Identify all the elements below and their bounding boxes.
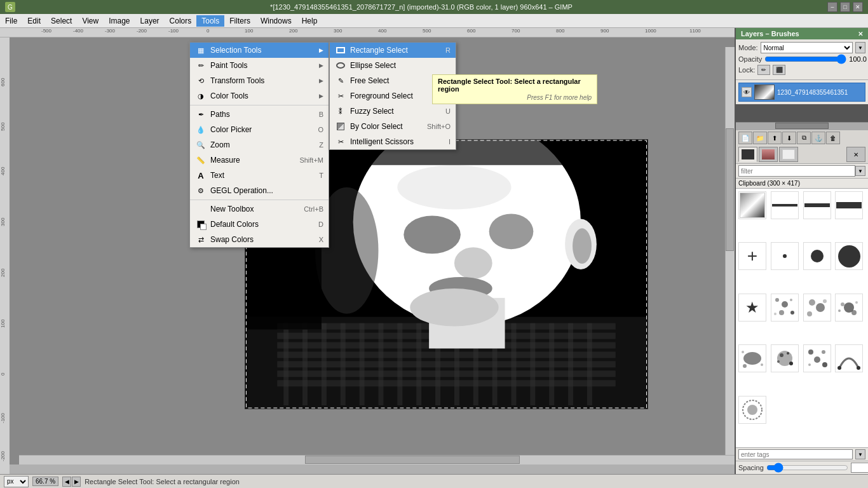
tools-menu-default-colors[interactable]: Default Colors D bbox=[190, 217, 329, 232]
unit-selector[interactable]: px % mm bbox=[4, 476, 29, 487]
zoom-buttons: ◀ ▶ bbox=[62, 477, 81, 487]
measure-shortcut: Shift+M bbox=[299, 156, 323, 164]
brush-thin-line[interactable] bbox=[771, 191, 799, 219]
tags-input[interactable] bbox=[738, 449, 853, 459]
brush-r3-2[interactable] bbox=[803, 344, 831, 372]
selection-fuzzy[interactable]: ⁑ Fuzzy Select U bbox=[330, 104, 456, 119]
separator-1 bbox=[190, 105, 329, 105]
zoom-out-button[interactable]: ◀ bbox=[62, 477, 71, 487]
panel-close-button[interactable]: ✕ bbox=[858, 30, 863, 37]
fuzzy-select-label: Fuzzy Select bbox=[350, 107, 439, 116]
tools-menu-gegl[interactable]: ⚙ GEGL Operation... bbox=[190, 183, 329, 198]
brush-star[interactable]: ★ bbox=[738, 294, 766, 322]
spacing-slider[interactable] bbox=[766, 464, 848, 471]
brush-splatter-1[interactable] bbox=[835, 294, 863, 322]
brush-plus[interactable]: + bbox=[738, 242, 766, 270]
selection-rectangle[interactable]: Rectangle Select R bbox=[330, 43, 456, 58]
menu-tools[interactable]: Tools bbox=[196, 15, 224, 27]
brush-r3-1[interactable] bbox=[771, 344, 799, 372]
mode-row: Mode: Normal ▼ bbox=[738, 42, 865, 53]
by-color-select-shortcut: Shift+O bbox=[427, 123, 451, 130]
brush-medium-line[interactable] bbox=[803, 191, 831, 219]
tools-menu-text[interactable]: A Text T bbox=[190, 168, 329, 183]
layer-item[interactable]: 👁 1230_479148355461351 bbox=[738, 83, 865, 102]
layer-visibility-toggle[interactable]: 👁 bbox=[742, 87, 752, 97]
brush-medium-circle[interactable] bbox=[803, 242, 831, 270]
filter-dropdown[interactable]: ▼ bbox=[855, 166, 865, 176]
vertical-scrollbar[interactable] bbox=[725, 47, 735, 455]
menu-colors[interactable]: Colors bbox=[165, 15, 197, 27]
menu-file[interactable]: File bbox=[0, 15, 22, 27]
svg-point-45 bbox=[790, 311, 794, 315]
mode-dropdown-arrow[interactable]: ▼ bbox=[855, 42, 865, 53]
tools-menu-color[interactable]: ◑ Color Tools ▶ bbox=[190, 88, 329, 104]
tools-menu-swap-colors[interactable]: ⇄ Swap Colors X bbox=[190, 232, 329, 247]
free-select-icon: ✎ bbox=[335, 75, 346, 86]
raise-layer-button[interactable]: ⬆ bbox=[768, 132, 782, 144]
selection-ellipse[interactable]: Ellipse Select bbox=[330, 58, 456, 73]
svg-point-46 bbox=[774, 313, 776, 315]
panel-close-x[interactable]: ✕ bbox=[846, 147, 865, 162]
brush-tab-1[interactable] bbox=[738, 147, 757, 162]
zoom-in-button[interactable]: ▶ bbox=[72, 477, 81, 487]
menu-edit[interactable]: Edit bbox=[22, 15, 46, 27]
mode-select[interactable]: Normal bbox=[761, 42, 853, 53]
brush-large-circle[interactable] bbox=[835, 242, 863, 270]
tools-menu-transform[interactable]: ⟲ Transform Tools ▶ bbox=[190, 73, 329, 88]
brush-r3-4[interactable] bbox=[738, 396, 766, 424]
lower-layer-button[interactable]: ⬇ bbox=[782, 132, 796, 144]
svg-rect-23 bbox=[530, 323, 535, 405]
tools-menu-measure[interactable]: 📏 Measure Shift+M bbox=[190, 152, 329, 168]
right-panel: Layers – Brushes ✕ Mode: Normal ▼ Opacit… bbox=[735, 28, 868, 474]
vertical-scrollbar-thumb[interactable] bbox=[726, 128, 734, 251]
tools-menu-selection[interactable]: ▦ Selection Tools ▶ bbox=[190, 43, 329, 58]
horizontal-scrollbar[interactable] bbox=[19, 455, 735, 464]
tools-menu-paint[interactable]: ✏ Paint Tools ▶ bbox=[190, 58, 329, 73]
text-icon: A bbox=[195, 170, 207, 181]
brush-tab-2[interactable] bbox=[759, 147, 778, 162]
transform-tools-icon: ⟲ bbox=[195, 75, 207, 86]
tools-menu-new-toolbox[interactable]: New Toolbox Ctrl+B bbox=[190, 201, 329, 217]
window-title: *[1230_479148355461351_2078671727_n] (im… bbox=[15, 3, 827, 11]
default-colors-label: Default Colors bbox=[210, 220, 312, 229]
filter-input[interactable] bbox=[738, 165, 855, 177]
brush-small-dot[interactable] bbox=[771, 242, 799, 270]
tools-menu-zoom[interactable]: 🔍 Zoom Z bbox=[190, 137, 329, 152]
lock-alpha-button[interactable]: ⬛ bbox=[773, 65, 785, 75]
menu-windows[interactable]: Windows bbox=[255, 15, 297, 27]
spacing-input[interactable]: 20.0 bbox=[851, 463, 868, 473]
menu-help[interactable]: Help bbox=[297, 15, 323, 27]
anchor-layer-button[interactable]: ⚓ bbox=[811, 132, 825, 144]
svg-rect-8 bbox=[277, 370, 615, 377]
selection-scissors[interactable]: ✂ Intelligent Scissors I bbox=[330, 134, 456, 149]
opacity-slider[interactable] bbox=[764, 55, 846, 63]
menu-filters[interactable]: Filters bbox=[224, 15, 255, 27]
svg-point-62 bbox=[787, 352, 789, 355]
brush-wide-line[interactable] bbox=[835, 191, 863, 219]
brush-scatter-2[interactable] bbox=[803, 294, 831, 322]
selection-by-color[interactable]: By Color Select Shift+O bbox=[330, 119, 456, 134]
tools-menu-color-picker[interactable]: 💧 Color Picker O bbox=[190, 122, 329, 137]
minimize-button[interactable]: – bbox=[827, 2, 837, 12]
lock-pixels-button[interactable]: ✏ bbox=[757, 65, 770, 75]
scissors-select-shortcut: I bbox=[449, 138, 451, 146]
brush-scatter-1[interactable] bbox=[771, 294, 799, 322]
menu-select[interactable]: Select bbox=[46, 15, 77, 27]
new-layer-button[interactable]: 📄 bbox=[738, 132, 752, 144]
duplicate-layer-button[interactable]: ⧉ bbox=[797, 132, 811, 144]
delete-layer-button[interactable]: 🗑 bbox=[826, 132, 840, 144]
menu-image[interactable]: Image bbox=[104, 15, 135, 27]
horizontal-scrollbar-thumb[interactable] bbox=[305, 456, 520, 464]
tags-dropdown[interactable]: ▼ bbox=[855, 449, 865, 459]
measure-label: Measure bbox=[210, 156, 293, 165]
brush-tab-3[interactable] bbox=[779, 147, 798, 162]
new-layer-group-button[interactable]: 📁 bbox=[753, 132, 767, 144]
menu-view[interactable]: View bbox=[77, 15, 104, 27]
brush-r3-3[interactable] bbox=[835, 344, 863, 372]
brush-splatter-2[interactable] bbox=[738, 344, 766, 372]
menu-layer[interactable]: Layer bbox=[135, 15, 165, 27]
close-button[interactable]: ✕ bbox=[853, 2, 863, 12]
brush-clipboard[interactable] bbox=[738, 191, 766, 219]
tools-menu-paths[interactable]: ✒ Paths B bbox=[190, 107, 329, 122]
maximize-button[interactable]: □ bbox=[840, 2, 850, 12]
